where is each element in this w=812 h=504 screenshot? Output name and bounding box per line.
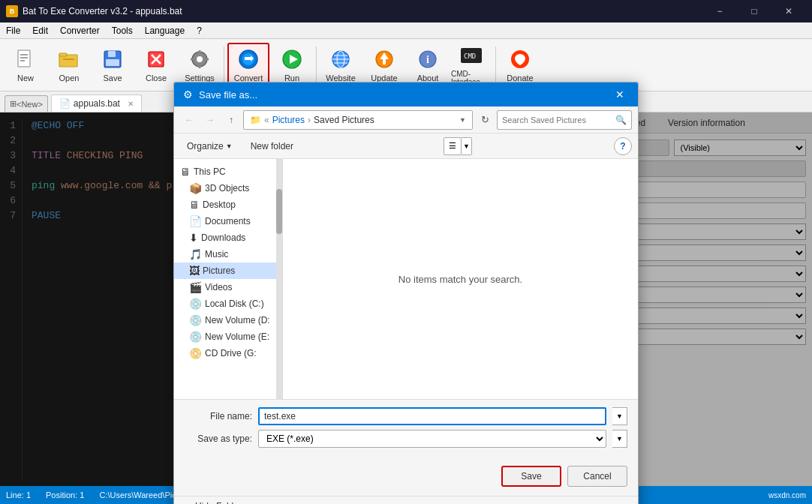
toolbar-run-button[interactable]: Run (271, 43, 313, 88)
tree-item-documents[interactable]: 📄 Documents (174, 213, 282, 230)
dialog-body: 🖥 This PC 📦 3D Objects 🖥 Desktop 📄 Docum… (174, 159, 638, 399)
toolbar-update-button[interactable]: Update (363, 43, 405, 88)
toolbar-cmd-button[interactable]: CMD CMD-Interface (450, 43, 492, 88)
tree-item-videos[interactable]: 🎬 Videos (174, 279, 282, 296)
dialog-footer: File name: ▼ Save as type: EXE (*.exe) ▼ (174, 399, 638, 460)
dialog-nav: ← → ↑ 📁 « Pictures › Saved Pictures ▼ ↻ … (174, 106, 638, 134)
help-button[interactable]: ? (614, 137, 632, 155)
breadcrumb-dropdown[interactable]: ▼ (459, 116, 466, 124)
save-icon (101, 47, 125, 71)
tree-item-desktop[interactable]: 🖥 Desktop (174, 196, 282, 213)
new-folder-button[interactable]: New folder (242, 138, 302, 154)
tree-item-pictures[interactable]: 🖼 Pictures (174, 262, 282, 279)
documents-icon: 📄 (189, 215, 202, 227)
tree-item-music[interactable]: 🎵 Music (174, 246, 282, 262)
up-button[interactable]: ↑ (222, 111, 240, 129)
menu-file[interactable]: File (0, 24, 26, 38)
music-icon: 🎵 (189, 248, 202, 260)
filename-input[interactable] (258, 407, 606, 425)
title-bar: B Bat To Exe Converter v3.2 - appuals.ba… (0, 0, 812, 22)
tab-new-icon: ⊞ (10, 99, 17, 109)
tree-item-cd-drive[interactable]: 📀 CD Drive (G: (174, 345, 282, 362)
menu-converter[interactable]: Converter (54, 24, 106, 38)
new-label: New (17, 74, 34, 82)
filetype-select[interactable]: EXE (*.exe) (258, 430, 606, 448)
open-icon (57, 47, 81, 71)
dialog-overlay: ⚙ Save file as... ✕ ← → ↑ 📁 « Pictures ›… (0, 112, 812, 486)
toolbar-new-button[interactable]: New (5, 43, 47, 88)
toolbar-close-button[interactable]: Close (135, 43, 177, 88)
close-label: Close (146, 74, 167, 82)
maximize-button[interactable]: □ (737, 0, 771, 22)
svg-point-14 (197, 56, 203, 62)
breadcrumb-saved-pictures: Saved Pictures (314, 115, 374, 125)
toolbar-convert-button[interactable]: Convert (227, 43, 269, 88)
tree-item-local-disk-c[interactable]: 💿 Local Disk (C:) (174, 296, 282, 312)
tab-file-label: appuals.bat (74, 98, 120, 109)
toolbar-donate-button[interactable]: Donate (499, 43, 541, 88)
tree-item-downloads[interactable]: ⬇ Downloads (174, 230, 282, 246)
minimize-button[interactable]: − (702, 0, 737, 22)
scrollbar-track (276, 159, 282, 399)
filetype-dropdown-button[interactable]: ▼ (612, 430, 627, 448)
breadcrumb-icon: 📁 (250, 115, 261, 125)
dialog-title-bar: ⚙ Save file as... ✕ (174, 82, 638, 106)
tab-new-label: <New> (17, 100, 43, 109)
toolbar-settings-button[interactable]: Settings (179, 43, 221, 88)
search-input[interactable] (502, 116, 612, 124)
videos-icon: 🎬 (189, 281, 202, 293)
dialog-gear-icon: ⚙ (183, 88, 193, 100)
svg-text:i: i (426, 54, 429, 65)
organize-button[interactable]: Organize ▼ (180, 138, 239, 154)
scrollbar-thumb[interactable] (276, 189, 282, 234)
dialog-title: Save file as... (199, 89, 257, 100)
view-button[interactable]: ☰ (444, 137, 462, 155)
pictures-icon: 🖼 (189, 265, 200, 277)
save-button[interactable]: Save (501, 466, 561, 487)
filename-label: File name: (185, 411, 252, 422)
status-logo: wsxdn.com (768, 491, 806, 500)
toolbar-separator-3 (495, 46, 496, 84)
toolbar-open-button[interactable]: Open (48, 43, 90, 88)
tree-item-3d-objects[interactable]: 📦 3D Objects (174, 180, 282, 196)
filename-dropdown-button[interactable]: ▼ (612, 407, 627, 425)
tree-item-volume-e[interactable]: 💿 New Volume (E: (174, 328, 282, 345)
downloads-icon: ⬇ (189, 232, 198, 244)
view-dropdown-button[interactable]: ▼ (462, 137, 472, 155)
cancel-button[interactable]: Cancel (567, 466, 627, 487)
organize-label: Organize (187, 141, 224, 152)
hide-folders-row[interactable]: ▲ Hide Folders (174, 496, 638, 504)
refresh-button[interactable]: ↻ (476, 111, 494, 129)
dialog-file-area: No items match your search. (283, 159, 638, 399)
website-icon (329, 47, 353, 71)
status-position: Position: 1 (46, 490, 84, 500)
svg-rect-8 (108, 51, 116, 57)
menu-tools[interactable]: Tools (106, 24, 139, 38)
dialog-close-button[interactable]: ✕ (611, 86, 629, 104)
menu-help[interactable]: ? (191, 24, 208, 38)
menu-language[interactable]: Language (139, 24, 191, 38)
breadcrumb-pictures[interactable]: Pictures (272, 115, 305, 125)
svg-text:CMD: CMD (464, 52, 476, 60)
breadcrumb-bar: 📁 « Pictures › Saved Pictures ▼ (243, 110, 473, 130)
toolbar-separator-1 (224, 46, 224, 84)
tree-item-this-pc[interactable]: 🖥 This PC (174, 164, 282, 180)
back-button[interactable]: ← (180, 111, 198, 129)
tab-file[interactable]: 📄 appuals.bat ✕ (51, 94, 142, 112)
tab-new[interactable]: ⊞ <New> (5, 95, 48, 112)
menu-edit[interactable]: Edit (26, 24, 54, 38)
tab-file-icon: 📄 (59, 98, 71, 109)
forward-button[interactable]: → (201, 111, 219, 129)
close-window-button[interactable]: ✕ (771, 0, 806, 22)
no-items-message: No items match your search. (398, 274, 522, 285)
local-disk-c-icon: 💿 (189, 298, 202, 310)
toolbar-about-button[interactable]: i About (407, 43, 449, 88)
hide-folders-label: Hide Folders (195, 501, 246, 504)
tree-item-volume-d[interactable]: 💿 New Volume (D: (174, 312, 282, 328)
tab-file-close[interactable]: ✕ (128, 100, 134, 108)
search-box: 🔍 (497, 110, 632, 130)
donate-icon (508, 47, 532, 71)
toolbar-website-button[interactable]: Website (320, 43, 362, 88)
toolbar-save-button[interactable]: Save (92, 43, 134, 88)
update-icon (372, 47, 396, 71)
